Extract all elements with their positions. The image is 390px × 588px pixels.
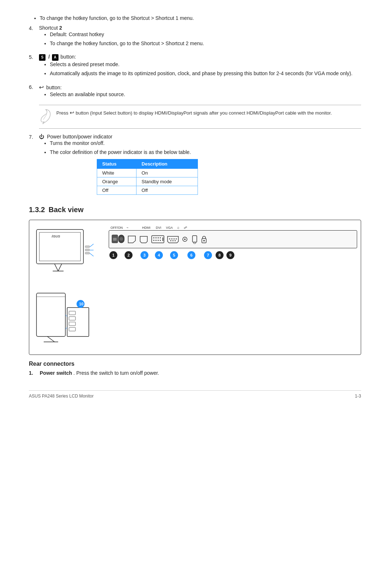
power-icon: ⏻ <box>39 134 44 140</box>
note-text-2: button (Input Select button) to display … <box>75 110 332 116</box>
item-7: 7. ⏻ Power button/power indicator Turns … <box>29 134 361 195</box>
item-4-bullet-1: Default: Contrast hotkey <box>50 31 361 38</box>
svg-rect-47 <box>69 322 75 326</box>
table-header-status: Status <box>97 159 136 168</box>
note-box: Press ↩ button (Input Select button) to … <box>39 105 361 129</box>
section-132-header: 1.3.2 Back view <box>29 206 361 214</box>
svg-point-20 <box>158 237 159 238</box>
a-icon-btn: A <box>52 54 58 61</box>
item-5-num: 5. <box>29 54 39 60</box>
item-7-bullet-2: The color definition of the power indica… <box>50 149 361 156</box>
item-4-bullets: Default: Contrast hotkey To change the h… <box>50 31 361 47</box>
item-4-num: 4. <box>29 25 39 31</box>
label-audio: ♫ <box>175 226 181 229</box>
item-5-bullet-1: Selects a desired preset mode. <box>50 61 361 68</box>
vga-connector <box>167 234 179 244</box>
item-6: 6. ↩ button: Selects an available input … <box>29 84 361 101</box>
circle-8: 8 <box>216 251 224 259</box>
circle-6: 6 <box>187 251 195 259</box>
label-usb-hub: ☍ <box>182 226 188 229</box>
numbered-circles-row: 1 2 3 4 5 6 7 8 9 <box>109 251 357 259</box>
svg-point-21 <box>160 237 161 238</box>
connector-panel: OFF/ON ~ HDMI DVI VGA ♫ ☍ <box>109 226 357 259</box>
table-row: Off Off <box>97 186 198 194</box>
svg-point-32 <box>173 240 174 241</box>
svg-point-18 <box>153 237 155 238</box>
note-text-content: Press ↩ button (Input Select button) to … <box>56 109 332 117</box>
item-5-bullets: Selects a desired preset mode. Automatic… <box>50 61 361 77</box>
svg-point-39 <box>203 240 205 241</box>
circle-2: 2 <box>125 251 133 259</box>
item-4-content: Shortcut 2 Default: Contrast hotkey To c… <box>39 25 361 50</box>
rear-connector-item-1: 1. Power switch . Press the switch to tu… <box>29 370 361 376</box>
dvi-connector <box>151 234 165 244</box>
svg-point-29 <box>174 238 175 239</box>
rear-connectors-title: Rear connectors <box>29 361 361 367</box>
power-switch-connector <box>111 233 125 245</box>
circle-3: 3 <box>140 251 148 259</box>
slash-divider: / <box>48 54 50 60</box>
item-4-bullet-2: To change the hotkey function, go to the… <box>50 40 361 47</box>
top-bullets: To change the hotkey function, go to the… <box>40 14 361 22</box>
item-5-content: S / A button: Selects a desired preset m… <box>39 54 361 80</box>
item-6-num: 6. <box>29 84 39 90</box>
label-off-on: OFF/ON <box>110 226 123 229</box>
label-hdmi: HDMI <box>140 226 152 229</box>
audio-connector <box>181 234 188 244</box>
svg-line-4 <box>55 264 58 271</box>
item-7-bullet-1: Turns the monitor on/off. <box>50 140 361 147</box>
top-bullet-1: To change the hotkey function, go to the… <box>40 14 361 22</box>
footer-bar: ASUS PA248 Series LCD Monitor 1-3 <box>29 390 361 399</box>
label-dp <box>132 226 139 229</box>
hdmi-connector <box>139 234 149 244</box>
svg-text:10: 10 <box>79 302 83 306</box>
svg-point-16 <box>120 237 123 241</box>
back-view-diagram: /ISUS OFF <box>29 220 361 355</box>
svg-point-19 <box>156 237 157 238</box>
rear-connector-desc-1: Power switch . Press the switch to turn … <box>40 370 159 376</box>
rear-bottom: 10 <box>33 289 357 347</box>
svg-rect-9 <box>85 252 90 254</box>
item-4-bold: 2 <box>59 25 62 31</box>
circle-4: 4 <box>155 251 163 259</box>
item-5-suffix: button: <box>61 54 76 60</box>
note-feather-icon <box>39 109 52 125</box>
item-5-bullet-2: Automatically adjusts the image to its o… <box>50 70 361 77</box>
svg-rect-36 <box>192 236 197 242</box>
note-text-1: Press <box>56 110 70 116</box>
input-arrow-icon: ↩ <box>39 84 44 90</box>
label-dvi: DVI <box>153 226 164 229</box>
circle-7: 7 <box>204 251 212 259</box>
table-cell-status-2: Orange <box>97 177 136 186</box>
table-row: Orange Standby mode <box>97 177 198 186</box>
item-7-content: ⏻ Power button/power indicator Turns the… <box>39 134 361 195</box>
svg-line-12 <box>90 253 94 256</box>
section-132-title: Back view <box>48 206 83 214</box>
circle-1: 1 <box>109 251 117 259</box>
table-cell-status-1: White <box>97 168 136 177</box>
section-132-number: 1.3.2 <box>29 206 45 214</box>
main-content: To change the hotkey function, go to the… <box>29 14 361 376</box>
item-4-title: Shortcut <box>39 25 58 31</box>
svg-point-28 <box>172 238 173 239</box>
svg-rect-8 <box>85 249 90 251</box>
label-tilde: ~ <box>125 226 130 229</box>
svg-rect-45 <box>69 311 75 315</box>
svg-rect-46 <box>69 317 75 320</box>
diagram-inner: /ISUS OFF <box>33 226 357 284</box>
svg-point-25 <box>160 240 161 241</box>
table-cell-desc-3: Off <box>136 186 198 194</box>
svg-rect-17 <box>152 236 164 243</box>
svg-line-42 <box>47 336 55 342</box>
item-6-content: ↩ button: Selects an available input sou… <box>39 84 361 101</box>
svg-point-33 <box>175 240 176 241</box>
item-7-title: Power button/power indicator <box>47 134 112 140</box>
lock-connector <box>201 234 207 244</box>
circle-5: 5 <box>170 251 178 259</box>
svg-rect-14 <box>113 238 117 241</box>
power-switch-label: Power switch <box>40 370 72 376</box>
table-cell-status-3: Off <box>97 186 136 194</box>
s-icon-btn: S <box>39 54 46 61</box>
note-input-arrow: ↩ <box>70 110 74 116</box>
svg-rect-26 <box>162 237 163 241</box>
